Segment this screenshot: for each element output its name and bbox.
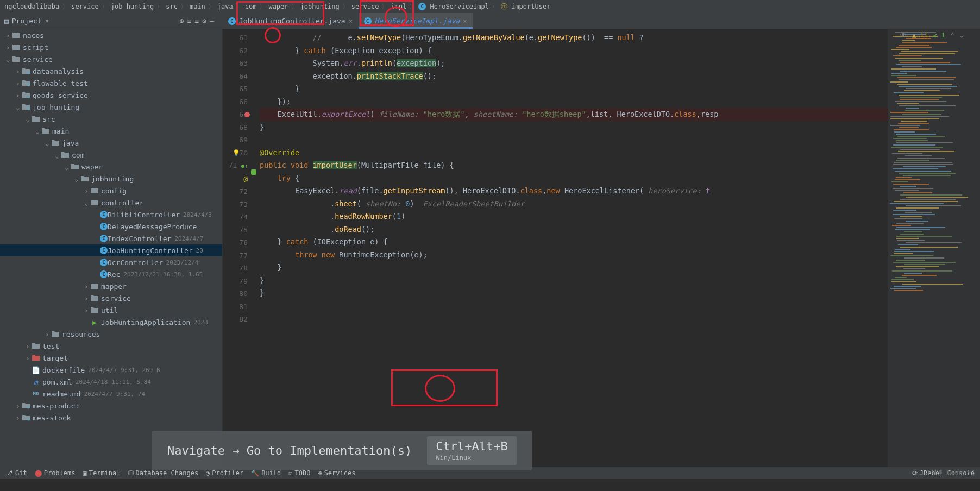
expand-arrow-icon[interactable]: › xyxy=(14,414,22,422)
tree-row-waper[interactable]: ⌄waper xyxy=(0,161,222,173)
tree-row-jobhunting[interactable]: ⌄jobhunting xyxy=(0,173,222,185)
tree-row-mes-stock[interactable]: ›mes-stock xyxy=(0,412,222,424)
expand-arrow-icon[interactable]: ⌄ xyxy=(73,175,80,183)
up-icon[interactable]: ⌃ xyxy=(951,32,954,39)
project-tree[interactable]: ›nacos›script⌄service›dataanalysis›flowa… xyxy=(0,29,223,479)
tree-row-mapper[interactable]: ›mapper xyxy=(0,280,222,292)
expand-arrow-icon[interactable]: › xyxy=(14,402,22,410)
crumb[interactable]: jobhunting xyxy=(300,3,340,10)
warnings-badge[interactable]: ▲ 11 xyxy=(912,32,928,39)
settings-icon[interactable]: ⚙ xyxy=(202,17,206,25)
tree-row-readme.md[interactable]: MDreadme.md2024/4/7 9:31, 74 xyxy=(0,388,222,400)
code-editor[interactable]: 👁 ▲ 11 ✔ 1 ⌃ ⌄ 6162636465666768697071 ●↑… xyxy=(223,29,980,479)
expand-arrow-icon[interactable]: ⌄ xyxy=(4,55,12,64)
expand-arrow-icon[interactable]: ⌄ xyxy=(83,199,90,207)
tree-row-service[interactable]: ⌄service xyxy=(0,53,222,65)
tree-row-goods-service[interactable]: ›goods-service xyxy=(0,89,222,101)
tree-row-main[interactable]: ⌄main xyxy=(0,125,222,137)
tree-row-job-hunting[interactable]: ⌄job-hunting xyxy=(0,101,222,113)
crumb[interactable]: waper xyxy=(268,3,288,10)
tree-row-dataanalysis[interactable]: ›dataanalysis xyxy=(0,65,222,77)
crumb[interactable]: ngcloudalibaba xyxy=(4,3,59,10)
expand-arrow-icon[interactable]: › xyxy=(14,79,22,87)
expand-arrow-icon[interactable]: ⌄ xyxy=(14,103,22,111)
expand-arrow-icon[interactable]: › xyxy=(24,354,32,362)
close-icon[interactable]: × xyxy=(349,17,353,25)
expand-arrow-icon[interactable]: › xyxy=(14,91,22,99)
expand-arrow-icon[interactable]: ⌄ xyxy=(34,127,41,135)
tree-row-delayedmessageproduce[interactable]: CDelayedMessageProduce xyxy=(0,221,222,232)
expand-arrow-icon[interactable]: › xyxy=(14,67,22,75)
database-tab[interactable]: ⛁ Database Changes xyxy=(128,469,199,477)
collapse-icon[interactable]: ≡ xyxy=(195,17,199,25)
tree-row-jobhuntingapplication[interactable]: ▶JobHuntingApplication2023 xyxy=(0,316,222,328)
git-tab[interactable]: ⎇ Git xyxy=(5,469,27,477)
crumb[interactable]: java xyxy=(217,3,233,10)
tree-row-rec[interactable]: CRec2023/12/21 16:38, 1.65 xyxy=(0,268,222,280)
tree-row-service[interactable]: ›service xyxy=(0,292,222,304)
tree-row-flowable-test[interactable]: ›flowable-test xyxy=(0,77,222,89)
expand-arrow-icon[interactable]: › xyxy=(4,32,12,40)
tab-heroserviceimpl[interactable]: C HeroServiceImpl.java × xyxy=(359,13,473,29)
close-icon[interactable]: × xyxy=(463,17,467,25)
crumb[interactable]: C HeroServiceImpl xyxy=(418,3,489,10)
locate-icon[interactable]: ⊕ xyxy=(180,17,184,25)
eye-icon[interactable]: 👁 xyxy=(900,32,907,39)
crumb[interactable]: ⓜ importUser xyxy=(501,2,550,11)
tree-row-test[interactable]: ›test xyxy=(0,340,222,352)
tree-row-nacos[interactable]: ›nacos xyxy=(0,29,222,41)
tree-row-jobhuntingcontroller[interactable]: CJobHuntingController20 xyxy=(0,244,222,256)
crumb[interactable]: com xyxy=(245,3,257,10)
line-gutter[interactable]: 6162636465666768697071 ●↑ @7273747576777… xyxy=(223,29,260,479)
terminal-tab[interactable]: ▣ Terminal xyxy=(83,469,120,477)
code-area[interactable]: // e.setNewType(HeroTypeEnum.getNameByVa… xyxy=(260,29,888,479)
project-label[interactable]: Project xyxy=(12,17,42,25)
expand-arrow-icon[interactable]: › xyxy=(83,306,90,314)
services-tab[interactable]: ⚙ Services xyxy=(318,469,355,477)
tree-row-resources[interactable]: ›resources xyxy=(0,328,222,340)
tree-row-ocrcontroller[interactable]: COcrController2023/12/4 xyxy=(0,256,222,268)
hide-icon[interactable]: — xyxy=(210,17,214,25)
expand-arrow-icon[interactable]: ⌄ xyxy=(63,163,71,171)
tree-row-pom.xml[interactable]: mpom.xml2024/4/18 11:11, 5.84 xyxy=(0,376,222,388)
inspection-status[interactable]: 👁 ▲ 11 ✔ 1 ⌃ ⌄ xyxy=(900,32,964,39)
tab-jobhuntingcontroller[interactable]: C JobHuntingController.java × xyxy=(223,13,359,29)
tree-row-src[interactable]: ⌄src xyxy=(0,113,222,125)
tree-row-biliblicontroller[interactable]: CBilibliController2024/4/3 xyxy=(0,209,222,221)
expand-icon[interactable]: ≡ xyxy=(187,17,192,25)
profiler-tab[interactable]: ◔ Profiler xyxy=(206,469,243,477)
crumb[interactable]: main xyxy=(190,3,205,10)
expand-arrow-icon[interactable]: ⌄ xyxy=(43,139,51,147)
tree-row-com[interactable]: ⌄com xyxy=(0,149,222,161)
tree-row-dockerfile[interactable]: 📄dockerfile2024/4/7 9:31, 269 B xyxy=(0,364,222,376)
tree-row-indexcontroller[interactable]: CIndexController2024/4/7 xyxy=(0,232,222,244)
tree-row-config[interactable]: ›config xyxy=(0,185,222,197)
crumb[interactable]: job-hunting xyxy=(111,3,154,10)
expand-arrow-icon[interactable]: ⌄ xyxy=(53,151,61,159)
build-tab[interactable]: 🔨 Build xyxy=(251,469,281,477)
todo-tab[interactable]: ☑ TODO xyxy=(288,469,310,477)
expand-arrow-icon[interactable]: › xyxy=(83,294,90,303)
folder-icon xyxy=(51,330,60,338)
problems-tab[interactable]: ⬤ Problems xyxy=(35,469,76,477)
down-icon[interactable]: ⌄ xyxy=(960,32,964,39)
crumb[interactable]: service xyxy=(351,3,379,10)
tree-row-java[interactable]: ⌄java xyxy=(0,137,222,149)
crumb[interactable]: src xyxy=(166,3,178,10)
crumb[interactable]: service xyxy=(71,3,99,10)
crumb[interactable]: impl xyxy=(391,3,406,10)
expand-arrow-icon[interactable]: › xyxy=(83,187,90,195)
expand-arrow-icon[interactable]: › xyxy=(43,330,51,338)
tree-row-script[interactable]: ›script xyxy=(0,41,222,53)
checks-badge[interactable]: ✔ 1 xyxy=(933,32,945,39)
tree-row-mes-product[interactable]: ›mes-product xyxy=(0,400,222,412)
tree-row-util[interactable]: ›util xyxy=(0,304,222,316)
dropdown-icon[interactable]: ▾ xyxy=(45,17,49,25)
expand-arrow-icon[interactable]: › xyxy=(83,282,90,291)
expand-arrow-icon[interactable]: › xyxy=(24,342,32,350)
expand-arrow-icon[interactable]: ⌄ xyxy=(24,115,32,123)
minimap[interactable] xyxy=(888,29,980,479)
tree-row-target[interactable]: ›target xyxy=(0,352,222,364)
expand-arrow-icon[interactable]: › xyxy=(4,43,12,52)
tree-row-controller[interactable]: ⌄controller xyxy=(0,197,222,209)
